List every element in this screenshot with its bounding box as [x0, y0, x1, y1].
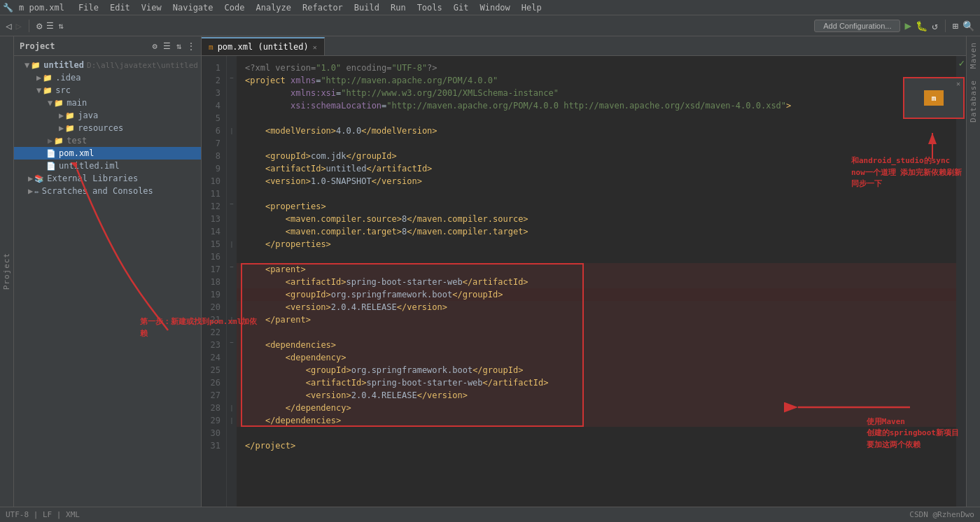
reload-icon[interactable]: ↺ — [932, 20, 937, 31]
tree-label-ext-libs: External Libraries — [47, 174, 138, 183]
tree-path-untitled: D:\all\javatext\untitled — [87, 61, 198, 70]
folder-icon-main: 📁 — [54, 99, 64, 108]
menu-code[interactable]: Code — [219, 1, 251, 14]
search-icon[interactable]: 🔍 — [962, 20, 974, 31]
arrow-main: ▼ — [48, 98, 52, 108]
arrow-scratches: ▶ — [28, 186, 33, 196]
tree-item-pom[interactable]: 📄 pom.xml — [14, 147, 201, 160]
code-line-17: <parent> — [237, 263, 956, 276]
right-gutter: ✓ — [956, 56, 966, 507]
maven-panel-label[interactable]: Maven — [969, 42, 978, 69]
tree-item-scratches[interactable]: ▶ ✏ Scratches and Consoles — [14, 185, 201, 197]
project-tree: ▼ 📁 untitled D:\all\javatext\untitled ▶ … — [14, 56, 201, 507]
tab-icon-pom: m — [209, 43, 214, 52]
expand-icon[interactable]: ⇅ — [58, 21, 63, 31]
right-side-panel[interactable]: Maven Database — [966, 36, 980, 507]
tab-pom[interactable]: m pom.xml (untitled) ✕ — [202, 37, 325, 55]
tree-item-test[interactable]: ▶ 📁 test — [14, 134, 201, 147]
tree-item-src[interactable]: ▼ 📁 src — [14, 84, 201, 97]
menu-help[interactable]: Help — [516, 1, 547, 14]
code-line-23: <dependencies> — [237, 339, 956, 351]
tree-item-iml[interactable]: 📄 untitled.iml — [14, 160, 201, 172]
tree-item-idea[interactable]: ▶ 📁 .idea — [14, 71, 201, 84]
code-line-19: <groupId>org.springframework.boot</group… — [237, 288, 956, 301]
menu-edit[interactable]: Edit — [104, 1, 136, 14]
menu-git[interactable]: Git — [448, 1, 475, 14]
code-line-12: <properties> — [237, 200, 956, 213]
menu-window[interactable]: Window — [474, 1, 515, 14]
code-line-30 — [237, 427, 956, 439]
tree-item-java[interactable]: ▶ 📁 java — [14, 109, 201, 122]
folder-icon-resources: 📁 — [65, 124, 75, 133]
code-line-3: xmlns:xsi="http://www.w3.org/2001/XMLSch… — [237, 87, 956, 99]
scratches-icon: ✏ — [34, 187, 39, 196]
code-line-18: <artifactId>spring-boot-starter-web</art… — [237, 276, 956, 288]
code-line-16 — [237, 251, 956, 263]
folder-icon-java: 📁 — [65, 111, 75, 120]
code-line-22 — [237, 326, 956, 339]
tree-gear-icon[interactable]: ⋮ — [187, 41, 195, 51]
folder-icon-test: 📁 — [54, 136, 64, 146]
code-line-31: </project> — [237, 439, 956, 452]
tree-item-main[interactable]: ▼ 📁 main — [14, 97, 201, 109]
settings-icon[interactable]: ⚙ — [36, 20, 42, 31]
code-line-7 — [237, 137, 956, 150]
back-icon[interactable]: ◁ — [6, 20, 11, 31]
add-config-button[interactable]: Add Configuration... — [814, 20, 900, 32]
tree-collapse-icon[interactable]: ☰ — [163, 41, 171, 51]
code-line-15: </properties> — [237, 238, 956, 251]
code-line-9: <artifactId>untitled</artifactId> — [237, 162, 956, 175]
tree-item-resources[interactable]: ▶ 📁 resources — [14, 122, 201, 134]
toolbar: ◁ ▷ ⚙ ☰ ⇅ Add Configuration... ▶ 🐛 ↺ ⊞ 🔍 — [0, 15, 980, 36]
tree-item-untitled[interactable]: ▼ 📁 untitled D:\all\javatext\untitled — [14, 59, 201, 71]
code-line-27: <version>2.0.4.RELEASE</version> — [237, 389, 956, 402]
code-line-21: </parent> — [237, 313, 956, 326]
tree-sort-icon[interactable]: ⇅ — [176, 41, 181, 51]
watermark-label: CSDN @RzhenDwo — [909, 510, 974, 519]
code-content[interactable]: <?xml version="1.0" encoding="UTF-8"?> <… — [237, 56, 956, 507]
menu-tools[interactable]: Tools — [412, 1, 448, 14]
folder-icon-src: 📁 — [43, 86, 52, 95]
editor-area: m pom.xml (untitled) ✕ 1 2 3 4 5 6 7 8 9 — [202, 36, 966, 507]
debug-icon[interactable]: 🐛 — [916, 20, 927, 31]
tree-label-iml: untitled.iml — [59, 161, 120, 171]
code-line-14: <maven.compiler.target>8</maven.compiler… — [237, 225, 956, 238]
arrow-java: ▶ — [59, 111, 64, 120]
menu-analyze[interactable]: Analyze — [250, 1, 297, 14]
tree-label-test: test — [66, 136, 87, 146]
menu-refactor[interactable]: Refactor — [297, 1, 349, 14]
arrow-untitled: ▼ — [24, 60, 29, 70]
project-tree-title: Project — [20, 41, 55, 51]
tree-label-untitled: untitled — [43, 60, 84, 70]
tab-label-pom: pom.xml (untitled) — [218, 42, 309, 52]
code-line-6: <modelVersion>4.0.0</modelVersion> — [237, 125, 956, 137]
tree-label-idea: .idea — [55, 73, 80, 83]
line-numbers: 1 2 3 4 5 6 7 8 9 10 11 12 13 14 15 16 1 — [202, 56, 227, 507]
code-line-20: <version>2.0.4.RELEASE</version> — [237, 301, 956, 313]
menu-navigate[interactable]: Navigate — [167, 1, 219, 14]
layout-icon[interactable]: ⊞ — [953, 20, 958, 31]
tree-settings-icon[interactable]: ⚙ — [153, 41, 158, 51]
database-panel-label[interactable]: Database — [969, 80, 978, 122]
project-vertical-label: Project — [0, 36, 14, 507]
menu-build[interactable]: Build — [349, 1, 385, 14]
tree-item-ext-libs[interactable]: ▶ 📚 External Libraries — [14, 172, 201, 185]
project-sidebar: Project ⚙ ☰ ⇅ ⋮ ▼ 📁 untitled D:\all\java… — [14, 36, 202, 507]
forward-icon[interactable]: ▷ — [15, 20, 21, 31]
run-icon[interactable]: ▶ — [904, 19, 911, 32]
code-line-4: xsi:schemaLocation="http://maven.apache.… — [237, 99, 956, 112]
menu-run[interactable]: Run — [385, 1, 412, 14]
menu-view[interactable]: View — [136, 1, 167, 14]
arrow-resources: ▶ — [59, 123, 64, 133]
code-line-10: <version>1.0-SNAPSHOT</version> — [237, 175, 956, 188]
status-left: UTF-8 | LF | XML — [6, 510, 80, 519]
menu-file[interactable]: File — [73, 1, 104, 14]
collapse-icon[interactable]: ☰ — [46, 21, 54, 31]
code-line-11 — [237, 188, 956, 200]
tab-close-icon[interactable]: ✕ — [313, 43, 317, 51]
code-line-13: <maven.compiler.source>8</maven.compiler… — [237, 213, 956, 225]
iml-icon: 📄 — [46, 162, 56, 171]
arrow-idea: ▶ — [36, 73, 41, 83]
tree-label-main: main — [66, 98, 87, 108]
code-line-1: <?xml version="1.0" encoding="UTF-8"?> — [237, 62, 956, 74]
